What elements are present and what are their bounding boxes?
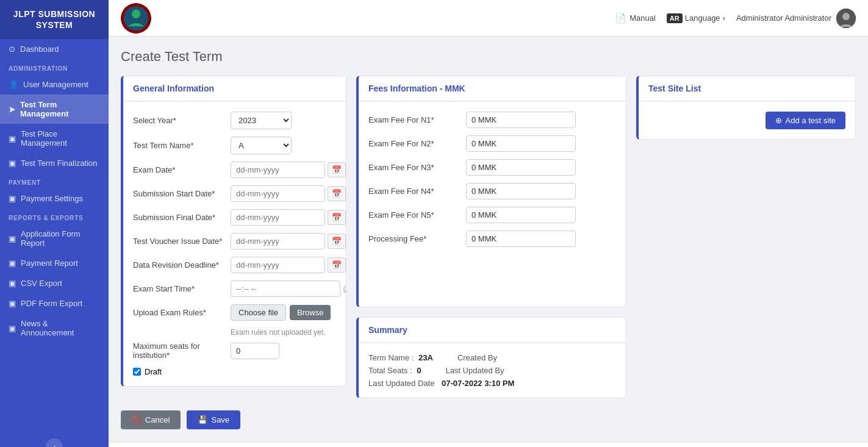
general-info-card: General Information Select Year* 2023 20… (121, 76, 346, 387)
add-test-site-button[interactable]: ⊕ Add a test site (766, 112, 845, 129)
dashboard-icon: ⊙ (9, 45, 15, 54)
exam-start-time-label: Exam Start Time* (133, 284, 231, 293)
submission-start-calendar-btn[interactable]: 📅 (328, 186, 346, 201)
sidebar-item-label: Dashboard (20, 45, 59, 54)
header-logo (121, 3, 151, 34)
sidebar-collapse-button[interactable]: ‹ (46, 438, 63, 447)
select-year-dropdown[interactable]: 2023 2022 2024 (231, 112, 292, 129)
submission-start-date-input[interactable] (231, 185, 325, 202)
app-title: JLPT SUBMISSIONSYSTEM (7, 9, 101, 30)
pdf-form-export-icon: ▣ (9, 299, 16, 308)
fees-info-title: Fees Information - MMK (368, 84, 616, 93)
processing-fee-input[interactable] (466, 231, 576, 247)
svg-point-4 (842, 13, 850, 20)
sidebar-collapse-section: ‹ (0, 431, 109, 447)
upload-exam-rules-group: Upload Exam Rules* Choose file Browse (133, 304, 336, 321)
test-term-final-icon: ▣ (9, 159, 16, 168)
fees-info-body: Exam Fee For N1* Exam Fee For N2* Exam F… (359, 102, 626, 264)
created-by-section: Created By (457, 353, 497, 362)
app-form-report-icon: ▣ (9, 234, 16, 243)
user-name-label: Administrator Administrator (736, 13, 831, 23)
sidebar-item-payment-report[interactable]: ▣ Payment Report (0, 253, 109, 273)
sidebar-item-test-place-management[interactable]: ▣ Test Place Management (0, 124, 109, 153)
test-term-icon: ➤ (9, 105, 15, 114)
exam-date-calendar-btn[interactable]: 📅 (328, 162, 346, 177)
general-info-body: Select Year* 2023 2022 2024 Test Term Na… (123, 102, 346, 386)
fee-n1-input[interactable] (466, 112, 576, 128)
total-seats-key: Total Seats : (368, 366, 412, 375)
clock-icon: 🕐 (343, 284, 346, 294)
fee-n3-input[interactable] (466, 159, 576, 176)
data-revision-calendar-btn[interactable]: 📅 (328, 257, 346, 273)
cards-row: General Information Select Year* 2023 20… (121, 76, 856, 398)
voucher-issue-date-group: Test Voucher Issue Date* 📅 (133, 233, 336, 249)
test-term-name-dropdown[interactable]: A B C (231, 137, 292, 154)
sidebar-item-label: News & Announcement (21, 319, 100, 337)
sidebar-section-administration: ADMINISTRATION (0, 59, 109, 74)
exam-start-time-wrap: 🕐 (231, 281, 346, 297)
exam-date-group: Exam Date* 📅 (133, 162, 336, 178)
data-revision-input[interactable] (231, 257, 325, 273)
sidebar-item-news-announcement[interactable]: ▣ News & Announcement (0, 313, 109, 343)
sidebar-item-test-term-management[interactable]: ➤ Test Term Management (0, 95, 109, 124)
term-name-section: Term Name : 23A (368, 353, 433, 362)
save-button[interactable]: 💾 Save (187, 410, 240, 429)
avatar (836, 9, 856, 28)
header-manual-link[interactable]: 📄 Manual (615, 13, 656, 24)
manual-label: Manual (629, 13, 656, 23)
sidebar-item-dashboard[interactable]: ⊙ Dashboard (0, 39, 109, 59)
data-revision-wrap: 📅 (231, 257, 346, 273)
summary-card-header: Summary (359, 318, 626, 343)
term-name-key: Term Name : (368, 353, 414, 362)
fees-info-card-header: Fees Information - MMK (359, 76, 626, 102)
header-user-menu[interactable]: Administrator Administrator (736, 9, 856, 28)
fee-n2-label: Exam Fee For N2* (368, 139, 466, 148)
fee-n4-group: Exam Fee For N4* (368, 183, 616, 199)
last-updated-by-label: Last Updated By (445, 366, 504, 375)
test-site-body: ⊕ Add a test site (639, 102, 855, 139)
voucher-issue-date-input[interactable] (231, 233, 325, 249)
lang-badge: AR (667, 13, 683, 23)
select-year-label: Select Year* (133, 116, 231, 125)
page-footer: Copyright ©2022 Myanmar Association of J… (109, 442, 868, 447)
sidebar-item-test-term-finalization[interactable]: ▣ Test Term Finalization (0, 153, 109, 173)
fee-n5-group: Exam Fee For N5* (368, 207, 616, 223)
payment-report-icon: ▣ (9, 259, 16, 268)
sidebar-item-pdf-form-export[interactable]: ▣ PDF Form Export (0, 293, 109, 313)
choose-file-button[interactable]: Choose file (231, 304, 286, 321)
submission-final-date-input[interactable] (231, 209, 325, 226)
fee-n2-input[interactable] (466, 135, 576, 152)
cancel-button[interactable]: 🚫 Cancel (121, 410, 181, 429)
test-site-card-header: Test Site List (639, 76, 855, 102)
max-seats-input[interactable] (231, 343, 279, 359)
voucher-issue-calendar-btn[interactable]: 📅 (328, 234, 346, 249)
submission-final-date-label: Submission Final Date* (133, 213, 231, 222)
sidebar-item-csv-export[interactable]: ▣ CSV Export (0, 273, 109, 293)
exam-start-time-input[interactable] (231, 281, 340, 297)
upload-exam-rules-label: Upload Exam Rules* (133, 308, 231, 317)
fee-n4-input[interactable] (466, 183, 576, 199)
processing-fee-label: Processing Fee* (368, 234, 466, 243)
max-seats-label: Maximum seats for institution* (133, 342, 231, 360)
exam-date-input[interactable] (231, 162, 325, 178)
fee-n5-input[interactable] (466, 207, 576, 223)
sidebar-item-label: Test Place Management (21, 129, 100, 148)
page-title: Create Test Term (121, 49, 856, 65)
draft-checkbox[interactable] (133, 368, 141, 376)
fee-n5-label: Exam Fee For N5* (368, 210, 466, 220)
sidebar-item-application-form-report[interactable]: ▣ Application Form Report (0, 224, 109, 253)
general-info-title: General Information (133, 84, 336, 93)
header-language-selector[interactable]: AR Language › (667, 13, 725, 23)
total-seats-section: Total Seats : 0 (368, 366, 421, 375)
submission-final-calendar-btn[interactable]: 📅 (328, 210, 346, 225)
summary-card: Summary Term Name : 23A Created By (356, 317, 626, 398)
general-info-card-header: General Information (123, 76, 346, 102)
sidebar: JLPT SUBMISSIONSYSTEM ⊙ Dashboard ADMINI… (0, 0, 109, 447)
last-updated-date-label: Last Updated Date (368, 379, 434, 388)
save-icon: 💾 (198, 415, 207, 424)
file-note: Exam rules not uploaded yet. (231, 328, 336, 337)
sidebar-item-user-management[interactable]: 👤 User Management (0, 74, 109, 95)
sidebar-item-payment-settings[interactable]: ▣ Payment Settings (0, 188, 109, 209)
browse-button[interactable]: Browse (290, 305, 331, 320)
main-content: Create Test Term General Information Sel… (109, 37, 868, 442)
